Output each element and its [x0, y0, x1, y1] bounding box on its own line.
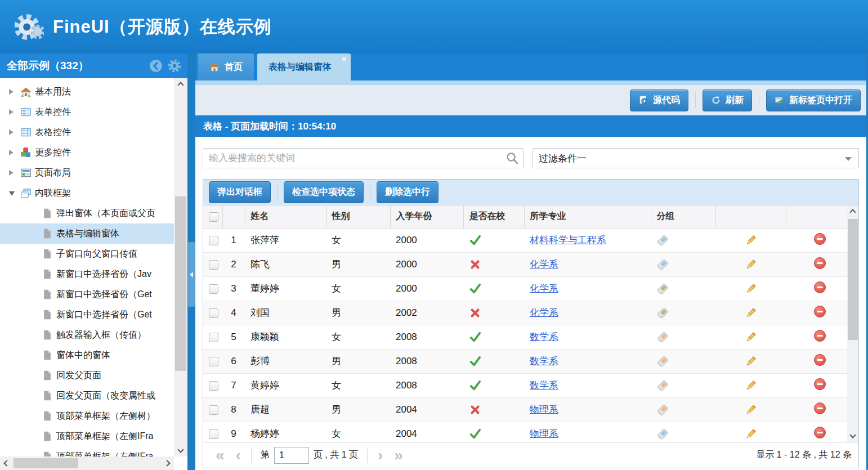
- row-checkbox[interactable]: [209, 236, 218, 245]
- tree-item-child-to-parent[interactable]: 子窗口向父窗口传值: [0, 244, 174, 264]
- check-selected-button[interactable]: 检查选中项状态: [284, 181, 364, 203]
- column-header-major[interactable]: 所学专业: [524, 205, 651, 228]
- tree-item-more-controls[interactable]: 更多控件: [0, 142, 174, 163]
- grid-vertical-scrollbar[interactable]: [847, 205, 858, 442]
- select-all-checkbox[interactable]: [209, 212, 218, 222]
- major-link[interactable]: 物理系: [530, 404, 558, 415]
- close-tab-icon[interactable]: ×: [342, 55, 346, 63]
- delete-selected-button[interactable]: 删除选中行: [377, 181, 439, 203]
- prev-page-icon[interactable]: ‹: [236, 447, 241, 463]
- row-checkbox[interactable]: [209, 333, 218, 342]
- tree-item-select-province-java[interactable]: 新窗口中选择省份（Jav: [0, 264, 174, 284]
- tree-item-select-province-get2[interactable]: 新窗口中选择省份（Get: [0, 305, 174, 325]
- expander-icon[interactable]: [9, 127, 18, 137]
- edit-pencil-icon[interactable]: [745, 331, 757, 343]
- tree-item-basic[interactable]: 基本用法: [0, 82, 174, 102]
- search-icon[interactable]: [505, 151, 519, 165]
- delete-row-icon[interactable]: [814, 378, 826, 390]
- next-page-icon[interactable]: ›: [378, 447, 383, 463]
- gear-icon[interactable]: [167, 59, 182, 73]
- tree-item-select-province-get1[interactable]: 新窗口中选择省份（Get: [0, 284, 174, 305]
- delete-row-icon[interactable]: [814, 306, 826, 317]
- open-dialog-button[interactable]: 弹出对话框: [209, 181, 271, 203]
- tree-item-grid-edit-window[interactable]: 表格与编辑窗体: [0, 223, 174, 244]
- edit-pencil-icon[interactable]: [745, 283, 757, 295]
- tree-item-trigger-input[interactable]: 触发器输入框（传值）: [0, 325, 174, 345]
- major-link[interactable]: 化学系: [530, 307, 558, 318]
- delete-row-icon[interactable]: [814, 281, 826, 293]
- collapse-sidebar-icon[interactable]: [149, 59, 163, 73]
- tree-item-iframe[interactable]: 内联框架: [0, 183, 174, 203]
- row-checkbox[interactable]: [209, 381, 218, 391]
- edit-pencil-icon[interactable]: [745, 234, 757, 247]
- major-link[interactable]: 数学系: [530, 380, 558, 391]
- tree-item-top-menu-iframe1[interactable]: 顶部菜单框架（左侧IFra: [0, 426, 174, 446]
- row-checkbox[interactable]: [209, 357, 218, 366]
- major-link[interactable]: 化学系: [530, 283, 558, 294]
- row-checkbox[interactable]: [209, 284, 218, 294]
- tree-item-top-menu-iframe2[interactable]: 顶部菜单框架（左侧IFra: [0, 446, 174, 456]
- delete-row-icon[interactable]: [814, 330, 826, 342]
- tree-item-form-controls[interactable]: 表单控件: [0, 102, 174, 122]
- column-header-at-school[interactable]: 是否在校: [463, 205, 524, 228]
- column-header-year[interactable]: 入学年份: [390, 205, 463, 228]
- tree-item-top-menu-tree[interactable]: 顶部菜单框架（左侧树）: [0, 406, 174, 426]
- tag-icon[interactable]: [656, 379, 669, 392]
- column-header-group[interactable]: 分组: [651, 205, 715, 228]
- tag-icon[interactable]: [656, 258, 669, 271]
- delete-row-icon[interactable]: [814, 257, 826, 269]
- major-link[interactable]: 数学系: [530, 356, 558, 366]
- expander-icon[interactable]: [9, 147, 18, 158]
- expander-icon[interactable]: [9, 188, 18, 198]
- major-link[interactable]: 化学系: [530, 259, 558, 270]
- tree-item-grid-controls[interactable]: 表格控件: [0, 122, 174, 142]
- row-checkbox[interactable]: [209, 405, 218, 415]
- row-checkbox[interactable]: [209, 308, 218, 318]
- first-page-icon[interactable]: «: [216, 447, 225, 463]
- tag-icon[interactable]: [656, 234, 669, 247]
- edit-pencil-icon[interactable]: [745, 379, 757, 392]
- expander-icon[interactable]: [9, 168, 18, 178]
- sidebar-splitter[interactable]: [187, 53, 195, 470]
- tree-item-page-layout[interactable]: 页面布局: [0, 163, 174, 183]
- delete-row-icon[interactable]: [814, 427, 826, 438]
- splitter-collapse-handle[interactable]: [188, 242, 195, 307]
- edit-pencil-icon[interactable]: [745, 404, 757, 416]
- edit-pencil-icon[interactable]: [745, 258, 757, 271]
- edit-pencil-icon[interactable]: [745, 428, 757, 440]
- column-header-name[interactable]: 姓名: [245, 205, 326, 228]
- tag-icon[interactable]: [656, 428, 669, 440]
- edit-pencil-icon[interactable]: [745, 307, 757, 319]
- tab-grid-edit-window[interactable]: 表格与编辑窗体 ×: [257, 53, 351, 80]
- search-input[interactable]: [203, 148, 524, 168]
- expander-icon[interactable]: [9, 87, 18, 97]
- open-in-new-tab-button[interactable]: 新标签页中打开: [766, 89, 861, 111]
- tree-item-window-in-window[interactable]: 窗体中的窗体: [0, 345, 174, 365]
- expander-icon[interactable]: [9, 107, 18, 117]
- sidebar-vertical-scrollbar[interactable]: [174, 78, 187, 456]
- filter-dropdown[interactable]: 过滤条件一: [533, 148, 859, 168]
- last-page-icon[interactable]: »: [394, 447, 403, 463]
- major-link[interactable]: 数学系: [530, 332, 558, 342]
- tag-icon[interactable]: [656, 331, 669, 343]
- source-code-button[interactable]: 源代码: [630, 89, 688, 111]
- tree-item-postback-parent-attr[interactable]: 回发父页面（改变属性或: [0, 386, 174, 406]
- row-checkbox[interactable]: [209, 260, 218, 270]
- tag-icon[interactable]: [656, 283, 669, 295]
- tree-item-popup-window[interactable]: 弹出窗体（本页面或父页: [0, 203, 174, 223]
- delete-row-icon[interactable]: [814, 233, 826, 245]
- page-number-input[interactable]: [274, 447, 309, 464]
- column-header-gender[interactable]: 性别: [326, 205, 390, 228]
- delete-row-icon[interactable]: [814, 354, 826, 366]
- tree-item-postback-parent[interactable]: 回发父页面: [0, 365, 174, 386]
- tag-icon[interactable]: [656, 307, 669, 319]
- edit-pencil-icon[interactable]: [745, 355, 757, 368]
- delete-row-icon[interactable]: [814, 402, 826, 414]
- major-link[interactable]: 物理系: [530, 428, 558, 439]
- row-checkbox[interactable]: [209, 429, 218, 439]
- tag-icon[interactable]: [656, 404, 669, 416]
- refresh-button[interactable]: 刷新: [703, 89, 752, 111]
- sidebar-horizontal-scrollbar[interactable]: [0, 456, 174, 470]
- tab-home[interactable]: 首页: [198, 53, 254, 80]
- tag-icon[interactable]: [656, 355, 669, 368]
